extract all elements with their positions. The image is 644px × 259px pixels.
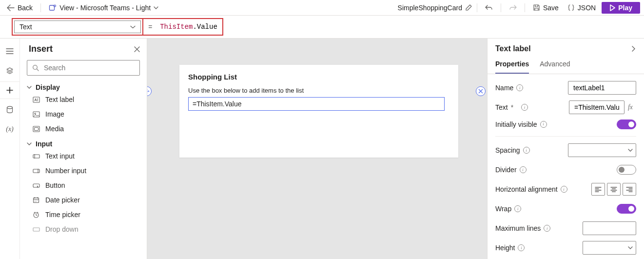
row-divider: Divideri	[495, 160, 636, 179]
group-display-label: Display	[36, 83, 60, 91]
back-button[interactable]: Back	[4, 3, 36, 13]
move-handle[interactable]	[147, 86, 152, 96]
save-icon	[533, 4, 540, 11]
selected-text-value: =ThisItem.Value	[193, 100, 242, 108]
info-icon[interactable]: i	[523, 147, 530, 154]
item-text-label[interactable]: Text label	[20, 92, 147, 107]
wrap-label: Wrap	[495, 205, 511, 213]
item-number-input[interactable]: Number input	[20, 163, 147, 178]
text-label: Text	[495, 103, 508, 111]
search-field[interactable]	[43, 63, 135, 72]
item-label: Button	[45, 181, 65, 189]
svg-point-1	[54, 5, 56, 7]
play-button[interactable]: Play	[602, 2, 640, 14]
insert-panel: Insert Display Text label Image Media	[20, 39, 147, 259]
name-input[interactable]	[568, 81, 636, 95]
info-icon[interactable]: i	[516, 84, 523, 91]
spacing-label: Spacing	[495, 146, 520, 154]
group-display[interactable]: Display	[20, 81, 147, 92]
undo-button[interactable]	[482, 3, 496, 12]
initially-visible-label: Initially visible	[495, 120, 537, 128]
item-drop-down[interactable]: Drop down	[20, 222, 147, 237]
svg-rect-10	[33, 169, 39, 173]
search-input[interactable]	[27, 60, 140, 76]
chevron-down-icon	[27, 85, 32, 90]
info-icon[interactable]: i	[521, 104, 528, 111]
insert-title: Insert	[29, 44, 53, 54]
item-time-picker[interactable]: Time picker	[20, 207, 147, 222]
delete-handle[interactable]	[476, 86, 486, 96]
maxlines-input[interactable]	[583, 221, 636, 235]
info-icon[interactable]: i	[540, 121, 547, 128]
item-label: Text input	[45, 152, 75, 160]
rail-variables-button[interactable]: (x)	[0, 120, 20, 138]
spacing-select[interactable]	[568, 143, 636, 157]
rail-data-button[interactable]	[0, 101, 20, 119]
fx-button[interactable]: fx	[624, 100, 636, 114]
rail-layers-button[interactable]	[0, 62, 20, 80]
view-dropdown[interactable]: View - Microsoft Teams - Light	[46, 3, 161, 13]
align-left-button[interactable]	[591, 183, 605, 196]
text-field[interactable]	[573, 103, 620, 112]
json-label: JSON	[578, 4, 596, 12]
item-media[interactable]: Media	[20, 121, 147, 136]
info-icon[interactable]: i	[514, 205, 521, 212]
app-name[interactable]: SimpleShoppingCard	[398, 4, 472, 12]
dropdown-icon	[33, 227, 40, 232]
group-input[interactable]: Input	[20, 138, 147, 149]
align-center-button[interactable]	[607, 183, 621, 196]
number-input-icon	[33, 168, 40, 174]
panel-expand-button[interactable]	[630, 46, 636, 52]
save-button[interactable]: Save	[530, 3, 562, 13]
svg-point-6	[35, 113, 36, 114]
shopping-card[interactable]: Shopping List Use the box below to add i…	[179, 65, 458, 158]
rail-insert-button[interactable]	[0, 81, 20, 99]
panel-tabs: Properties Advanced	[488, 56, 644, 74]
selected-text-label[interactable]: =ThisItem.Value	[188, 97, 445, 111]
info-icon[interactable]: i	[544, 225, 550, 232]
name-field[interactable]	[572, 83, 632, 92]
maxlines-field[interactable]	[587, 224, 632, 233]
svg-rect-11	[33, 184, 39, 187]
info-icon[interactable]: i	[518, 244, 525, 251]
json-button[interactable]: JSON	[565, 3, 599, 13]
close-insert-button[interactable]	[134, 46, 140, 52]
property-dropdown[interactable]: Text	[12, 18, 143, 36]
top-toolbar: Back View - Microsoft Teams - Light Simp…	[0, 0, 644, 16]
teams-icon	[49, 4, 57, 12]
halign-label: Horizontal alignment	[495, 185, 558, 193]
separator	[40, 3, 41, 12]
info-icon[interactable]: i	[561, 186, 567, 193]
redo-button[interactable]	[506, 3, 520, 12]
chevron-down-icon	[628, 245, 633, 250]
text-input[interactable]	[569, 100, 624, 114]
item-label: Image	[45, 110, 64, 118]
chevron-down-icon	[27, 141, 32, 146]
svg-point-2	[7, 106, 13, 109]
date-icon	[33, 197, 40, 203]
required-mark: *	[511, 103, 513, 111]
svg-rect-8	[35, 127, 39, 130]
app-name-label: SimpleShoppingCard	[398, 4, 462, 12]
tab-properties[interactable]: Properties	[495, 56, 529, 74]
initially-visible-toggle[interactable]	[617, 120, 636, 129]
tab-advanced[interactable]: Advanced	[540, 56, 570, 74]
separator	[525, 3, 525, 12]
item-label: Time picker	[45, 211, 80, 219]
info-icon[interactable]: i	[520, 166, 527, 173]
canvas[interactable]: Shopping List Use the box below to add i…	[147, 39, 487, 259]
align-right-button[interactable]	[623, 183, 636, 196]
item-date-picker[interactable]: Date picker	[20, 193, 147, 207]
item-button[interactable]: Button	[20, 178, 147, 193]
divider-toggle[interactable]	[617, 165, 636, 175]
wrap-toggle[interactable]	[617, 204, 636, 214]
formula-box[interactable]: = ThisItem.Value	[142, 18, 223, 36]
property-dropdown-value: Text	[20, 23, 32, 31]
svg-rect-7	[33, 126, 39, 132]
rail-tree-button[interactable]	[0, 42, 20, 60]
card-title: Shopping List	[188, 73, 452, 81]
item-image[interactable]: Image	[20, 107, 147, 121]
text-label-icon	[33, 97, 40, 103]
height-select[interactable]	[583, 241, 636, 255]
item-text-input[interactable]: Text input	[20, 149, 147, 163]
